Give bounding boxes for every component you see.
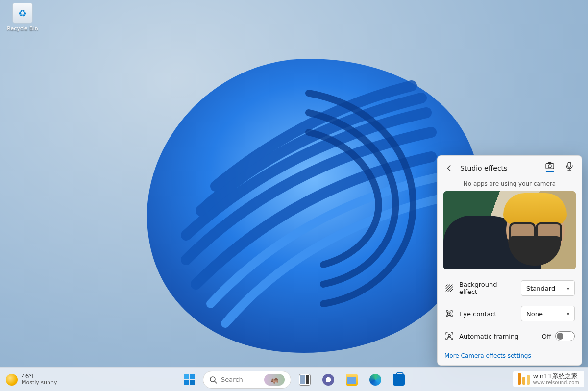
automatic-framing-state: Off — [542, 333, 551, 340]
file-explorer-button[interactable] — [342, 370, 362, 390]
back-button[interactable] — [444, 163, 454, 173]
svg-point-10 — [448, 334, 450, 336]
eye-contact-icon — [444, 309, 454, 318]
camera-icon — [545, 162, 554, 170]
task-view-icon — [299, 374, 311, 386]
store-icon — [393, 374, 405, 386]
recycle-bin-label: Recycle Bin — [4, 25, 41, 32]
studio-effects-flyout: Studio effects No apps are using your ca… — [437, 155, 582, 366]
chevron-down-icon: ▾ — [567, 311, 569, 317]
svg-line-7 — [450, 289, 453, 292]
edge-icon — [369, 374, 381, 386]
task-view-button[interactable] — [295, 370, 315, 390]
camera-preview — [443, 191, 576, 269]
eye-contact-label: Eye contact — [459, 310, 516, 318]
watermark-line1: win11系统之家 — [533, 373, 579, 380]
svg-point-1 — [548, 165, 551, 168]
chevron-down-icon: ▾ — [567, 286, 569, 291]
flyout-title: Studio effects — [460, 164, 539, 172]
svg-line-12 — [215, 381, 217, 383]
weather-widget[interactable]: 46°F Mostly sunny — [6, 368, 57, 391]
tab-camera[interactable] — [544, 162, 555, 174]
weather-condition: Mostly sunny — [22, 380, 57, 386]
windows-logo-icon — [184, 374, 195, 385]
automatic-framing-icon — [444, 332, 454, 341]
chat-button[interactable] — [318, 370, 338, 390]
background-effect-label: Background effect — [459, 281, 516, 295]
file-explorer-icon — [346, 374, 358, 386]
microphone-icon — [566, 162, 573, 171]
store-button[interactable] — [389, 370, 409, 390]
svg-point-9 — [448, 313, 450, 314]
recycle-bin-icon: ♻ — [12, 3, 33, 24]
eye-contact-dropdown[interactable]: None ▾ — [521, 306, 575, 321]
setting-automatic-framing: Automatic framing Off — [438, 326, 582, 346]
search-highlight-icon: 🦛 — [264, 374, 285, 386]
search-icon — [209, 376, 217, 384]
arrow-left-icon — [446, 165, 453, 171]
recycle-bin[interactable]: ♻ Recycle Bin — [4, 3, 41, 32]
automatic-framing-toggle[interactable] — [555, 331, 575, 341]
watermark-logo — [518, 373, 530, 385]
setting-background-effect: Background effect Standard ▾ — [438, 275, 582, 301]
watermark-line2: www.relsound.com — [533, 380, 579, 385]
chat-icon — [322, 374, 334, 386]
camera-status-text: No apps are using your camera — [438, 179, 582, 191]
automatic-framing-label: Automatic framing — [459, 333, 537, 340]
svg-line-6 — [448, 287, 453, 292]
tab-microphone[interactable] — [564, 162, 575, 174]
background-effect-icon — [444, 284, 454, 293]
taskbar: 46°F Mostly sunny 🦛 — [0, 367, 588, 391]
background-effect-dropdown[interactable]: Standard ▾ — [521, 280, 575, 296]
weather-sunny-icon — [6, 374, 18, 386]
setting-eye-contact: Eye contact None ▾ — [438, 301, 582, 326]
svg-line-3 — [446, 285, 447, 286]
taskbar-search[interactable]: 🦛 — [203, 371, 291, 389]
svg-rect-0 — [546, 164, 554, 169]
edge-button[interactable] — [366, 370, 385, 390]
more-camera-settings-link[interactable]: More Camera effects settings — [438, 346, 582, 365]
watermark: win11系统之家 www.relsound.com — [513, 371, 584, 387]
search-input[interactable] — [221, 376, 260, 383]
start-button[interactable] — [179, 370, 199, 390]
svg-rect-2 — [568, 162, 571, 167]
